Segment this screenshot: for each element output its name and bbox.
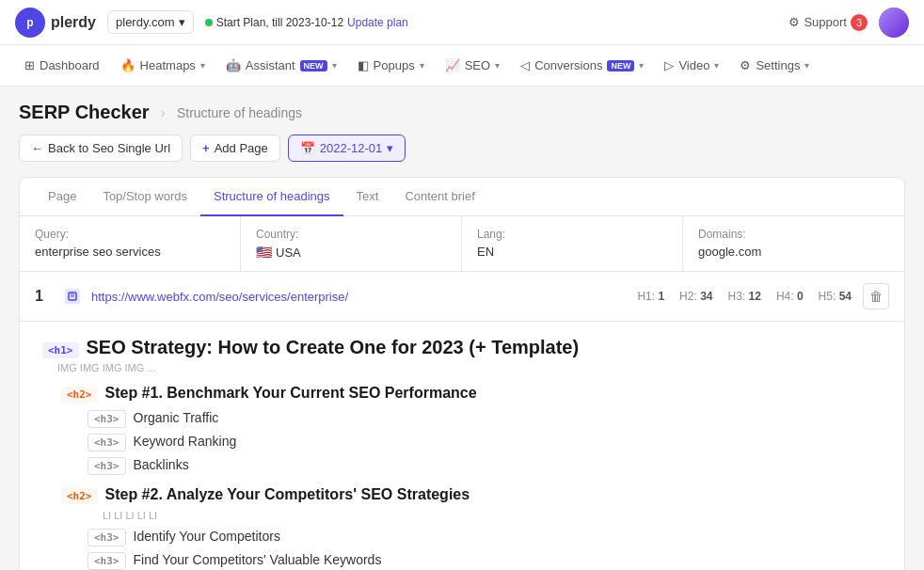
chevron-down-icon: ▾ [420, 60, 424, 71]
country-label: Country: [256, 228, 446, 241]
nav-settings-label: Settings [756, 58, 800, 72]
h1-value: 1 [658, 290, 664, 303]
calendar-icon: 📅 [300, 141, 315, 155]
nav-heatmaps[interactable]: 🔥 Heatmaps ▾ [111, 51, 215, 80]
h3-heading-text: Identify Your Competitors [134, 529, 280, 544]
h3-tag: <h3> [88, 529, 126, 546]
add-page-button[interactable]: + Add Page [190, 135, 280, 162]
h3-label: H3: [728, 290, 746, 303]
nav-heatmaps-label: Heatmaps [140, 58, 196, 72]
img-tags: IMG IMG IMG IMG ... [57, 362, 882, 373]
breadcrumb: Structure of headings [177, 105, 302, 120]
nav-conversions-label: Conversions [534, 58, 602, 72]
update-plan-link[interactable]: Update plan [347, 16, 408, 29]
h1-label: H1: [637, 290, 655, 303]
nav-dashboard-label: Dashboard [40, 58, 100, 72]
h2-tag: <h2> [61, 488, 98, 504]
h2-tag: <h2> [61, 387, 98, 403]
logo-icon: p [15, 8, 45, 38]
h3-tag: <h3> [88, 434, 126, 451]
tab-text[interactable]: Text [343, 178, 392, 216]
h5-label: H5: [819, 290, 836, 303]
country-text: USA [276, 245, 301, 260]
page-header: SERP Checker › Structure of headings [19, 102, 905, 123]
nav-seo-label: SEO [465, 58, 490, 72]
nav-assistant[interactable]: 🤖 Assistant NEW ▾ [216, 51, 346, 80]
trash-icon: 🗑 [869, 289, 883, 304]
heading-counts: H1: 1 H2: 34 H3: 12 H4: 0 H5: 54 [637, 290, 852, 303]
tab-content-brief-label: Content brief [405, 189, 474, 203]
chevron-down-icon: ▾ [495, 60, 500, 71]
video-icon: ▷ [664, 58, 674, 72]
nav-video-label: Video [678, 58, 709, 72]
dashboard-icon: ⊞ [24, 58, 35, 72]
settings-icon: ⚙ [740, 58, 751, 72]
tab-content-brief[interactable]: Content brief [391, 178, 487, 216]
h3-tag: <h3> [88, 552, 126, 570]
conversions-icon: ◁ [520, 58, 530, 72]
chevron-down-icon: ▾ [387, 141, 393, 155]
assistant-icon: 🤖 [226, 58, 241, 72]
domain-selector[interactable]: plerdy.com ▾ [107, 10, 194, 34]
list-item: <h3> Find Your Competitors' Valuable Key… [88, 552, 882, 570]
page-title: SERP Checker [19, 102, 150, 123]
page-icon [65, 289, 80, 304]
back-button[interactable]: ← Back to Seo Single Url [19, 135, 183, 162]
content-area: SERP Checker › Structure of headings ← B… [0, 87, 924, 570]
nav-popups[interactable]: ◧ Popups ▾ [348, 51, 434, 80]
nav-conversions[interactable]: ◁ Conversions NEW ▾ [511, 51, 653, 80]
h2-label: H2: [679, 290, 697, 303]
tab-page[interactable]: Page [35, 178, 89, 216]
h3-heading-text: Backlinks [134, 457, 189, 472]
support-count: 3 [851, 14, 868, 31]
h3-tag: <h3> [88, 457, 126, 475]
meta-domains: Domains: google.com [683, 216, 904, 271]
tab-top-stop-label: Top/Stop words [103, 189, 187, 203]
nav-video[interactable]: ▷ Video ▾ [655, 51, 728, 80]
result-number: 1 [35, 288, 54, 305]
h4-count: H4: 0 [776, 290, 804, 303]
list-item: <h1> SEO Strategy: How to Create One for… [42, 337, 882, 358]
tab-structure[interactable]: Structure of headings [200, 178, 343, 216]
tab-text-label: Text [357, 189, 379, 203]
meta-lang: Lang: EN [462, 216, 683, 271]
result-url[interactable]: https://www.webfx.com/seo/services/enter… [91, 290, 626, 304]
plan-status-dot [205, 19, 213, 26]
h3-heading-text: Organic Traffic [134, 410, 219, 425]
nav-assistant-label: Assistant [246, 58, 295, 72]
tabs-bar: Page Top/Stop words Structure of heading… [20, 178, 904, 216]
new-badge: NEW [300, 60, 327, 71]
avatar[interactable] [879, 8, 909, 38]
nav-settings[interactable]: ⚙ Settings ▾ [730, 51, 819, 80]
headings-content: <h1> SEO Strategy: How to Create One for… [20, 322, 904, 570]
delete-button[interactable]: 🗑 [863, 283, 889, 309]
h2-heading-text: Step #2. Analyze Your Competitors' SEO S… [105, 486, 470, 503]
logo-text: plerdy [51, 14, 96, 31]
h3-tag: <h3> [88, 410, 126, 428]
nav-dashboard[interactable]: ⊞ Dashboard [15, 51, 109, 80]
nav-seo[interactable]: 📈 SEO ▾ [436, 51, 509, 80]
chevron-down-icon: ▾ [639, 60, 644, 71]
meta-row: Query: enterprise seo services Country: … [20, 216, 904, 272]
chevron-down-icon: ▾ [200, 60, 205, 71]
h2-value: 34 [700, 290, 712, 303]
new-badge: NEW [607, 60, 634, 71]
chevron-down-icon: ▾ [332, 60, 337, 71]
result-header: 1 https://www.webfx.com/seo/services/ent… [20, 272, 904, 322]
support-button[interactable]: ⚙ Support 3 [789, 14, 868, 31]
support-label: Support [804, 15, 847, 29]
plus-icon: + [202, 141, 210, 155]
date-picker-button[interactable]: 📅 2022-12-01 ▾ [288, 135, 406, 162]
tab-page-label: Page [48, 189, 76, 203]
breadcrumb-separator: › [161, 104, 166, 121]
add-page-label: Add Page [215, 141, 268, 155]
li-tags: LI LI LI LI LI [103, 510, 882, 521]
arrow-left-icon: ← [31, 141, 43, 155]
h2-count: H2: 34 [679, 290, 712, 303]
meta-country: Country: 🇺🇸 USA [241, 216, 462, 271]
tab-top-stop[interactable]: Top/Stop words [89, 178, 200, 216]
popups-icon: ◧ [358, 58, 369, 72]
list-item: <h3> Organic Traffic [88, 410, 882, 428]
action-bar: ← Back to Seo Single Url + Add Page 📅 20… [19, 135, 905, 162]
h3-count: H3: 12 [728, 290, 761, 303]
